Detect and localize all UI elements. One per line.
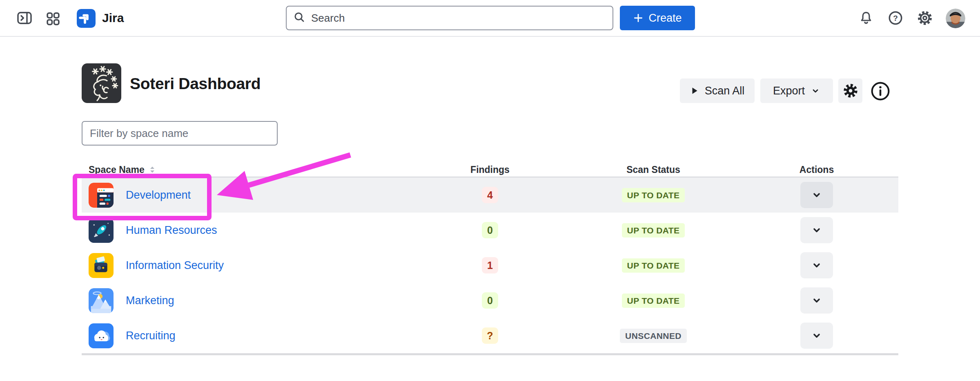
table-header-row: Space Name Findings Scan Status Actions — [82, 163, 898, 177]
sort-icon — [149, 166, 156, 174]
actions-cell — [735, 323, 898, 349]
column-header-space-name[interactable]: Space Name — [82, 164, 408, 175]
findings-badge: ? — [482, 327, 498, 344]
findings-badge: 4 — [482, 187, 498, 203]
space-link-development[interactable]: Development — [126, 189, 191, 202]
row-actions-dropdown-button[interactable] — [800, 287, 833, 314]
sidebar-toggle-button[interactable] — [16, 9, 33, 27]
row-actions-dropdown-button[interactable] — [800, 252, 833, 278]
dashboard-settings-button[interactable] — [838, 78, 862, 103]
export-label: Export — [773, 85, 805, 97]
actions-cell — [735, 182, 898, 208]
findings-cell: 4 — [408, 187, 572, 203]
table-row-marketing: Marketing 0 UP TO DATE — [82, 283, 898, 318]
chevron-down-icon — [811, 225, 822, 235]
scan-status-cell: UP TO DATE — [572, 258, 735, 273]
scan-status-cell: UP TO DATE — [572, 188, 735, 202]
scan-status-badge: UP TO DATE — [622, 294, 685, 308]
column-header-actions: Actions — [735, 164, 898, 175]
findings-badge: 0 — [482, 222, 498, 238]
app-switcher-icon — [45, 11, 61, 28]
soteri-app-icon — [82, 63, 121, 103]
global-search[interactable] — [286, 6, 613, 30]
row-actions-dropdown-button[interactable] — [800, 323, 833, 349]
row-actions-dropdown-button[interactable] — [800, 182, 833, 208]
soteri-dashboard-page: Jira Create — [0, 0, 980, 381]
table-row-human-resources: Human Resources 0 UP TO DATE — [82, 213, 898, 248]
scan-status-cell: UP TO DATE — [572, 223, 735, 238]
marketing-space-icon — [89, 288, 114, 313]
findings-cell: 1 — [408, 257, 572, 273]
search-input[interactable] — [310, 11, 606, 25]
column-header-scan-status: Scan Status — [572, 164, 735, 175]
sidebar-toggle-icon — [16, 10, 33, 27]
chevron-down-icon — [811, 190, 822, 200]
chevron-down-icon — [811, 295, 822, 306]
chevron-down-icon — [811, 86, 820, 96]
scan-all-button[interactable]: Scan All — [680, 78, 755, 103]
play-icon — [690, 86, 699, 95]
findings-badge: 0 — [482, 292, 498, 309]
table-row-recruiting: Recruiting ? UNSCANNED — [82, 318, 898, 353]
gear-icon — [843, 83, 858, 98]
app-name: Jira — [102, 11, 124, 25]
jira-logo[interactable] — [77, 9, 96, 29]
space-link-recruiting[interactable]: Recruiting — [126, 329, 176, 342]
space-link-information-security[interactable]: Information Security — [126, 259, 224, 272]
info-button[interactable] — [870, 81, 891, 102]
space-name-cell: Development — [82, 183, 408, 208]
export-button[interactable]: Export — [760, 78, 833, 103]
scan-status-badge: UP TO DATE — [622, 258, 685, 273]
scan-status-badge: UNSCANNED — [620, 329, 687, 343]
space-name-cell: Information Security — [82, 253, 408, 278]
human-resources-space-icon — [89, 218, 114, 243]
scan-status-cell: UP TO DATE — [572, 294, 735, 308]
actions-cell — [735, 287, 898, 314]
search-icon — [293, 11, 305, 25]
row-actions-dropdown-button[interactable] — [800, 217, 833, 243]
space-name-header-label: Space Name — [89, 164, 145, 175]
table-body: Development 4 UP TO DATE — [82, 177, 898, 355]
space-filter-input[interactable] — [82, 121, 278, 146]
help-icon: ? — [888, 10, 903, 27]
info-icon — [870, 97, 891, 103]
help-button[interactable]: ? — [886, 9, 905, 27]
page-title: Soteri Dashboard — [130, 75, 261, 93]
actions-cell — [735, 252, 898, 278]
information-security-space-icon — [89, 253, 114, 278]
bell-icon — [858, 10, 874, 27]
app-switcher-button[interactable] — [44, 10, 62, 28]
space-link-human-resources[interactable]: Human Resources — [126, 224, 217, 237]
table-row-development: Development 4 UP TO DATE — [82, 177, 898, 213]
column-header-findings: Findings — [408, 164, 572, 175]
top-navigation: Jira Create — [0, 0, 980, 37]
actions-cell — [735, 217, 898, 243]
plus-icon — [633, 13, 644, 23]
spaces-table: Space Name Findings Scan Status Actions — [82, 163, 898, 355]
space-name-cell: Human Resources — [82, 218, 408, 243]
space-name-cell: Recruiting — [82, 323, 408, 348]
recruiting-space-icon — [89, 323, 114, 348]
findings-badge: 1 — [482, 257, 498, 273]
svg-text:?: ? — [893, 13, 898, 22]
create-button-label: Create — [648, 12, 682, 25]
findings-cell: 0 — [408, 222, 572, 238]
gear-icon — [917, 10, 933, 27]
space-link-marketing[interactable]: Marketing — [126, 294, 174, 307]
scan-all-label: Scan All — [705, 85, 745, 97]
space-name-cell: Marketing — [82, 288, 408, 313]
scan-status-badge: UP TO DATE — [622, 188, 685, 202]
findings-cell: ? — [408, 327, 572, 344]
chevron-down-icon — [811, 260, 822, 271]
scan-status-cell: UNSCANNED — [572, 329, 735, 343]
notifications-button[interactable] — [857, 9, 875, 27]
user-avatar[interactable] — [946, 9, 965, 28]
table-row-information-security: Information Security 1 UP TO DATE — [82, 248, 898, 283]
scan-status-badge: UP TO DATE — [622, 223, 685, 238]
create-button[interactable]: Create — [620, 6, 695, 30]
settings-nav-button[interactable] — [915, 9, 934, 27]
development-space-icon — [89, 183, 114, 208]
chevron-down-icon — [811, 330, 822, 341]
findings-cell: 0 — [408, 292, 572, 309]
